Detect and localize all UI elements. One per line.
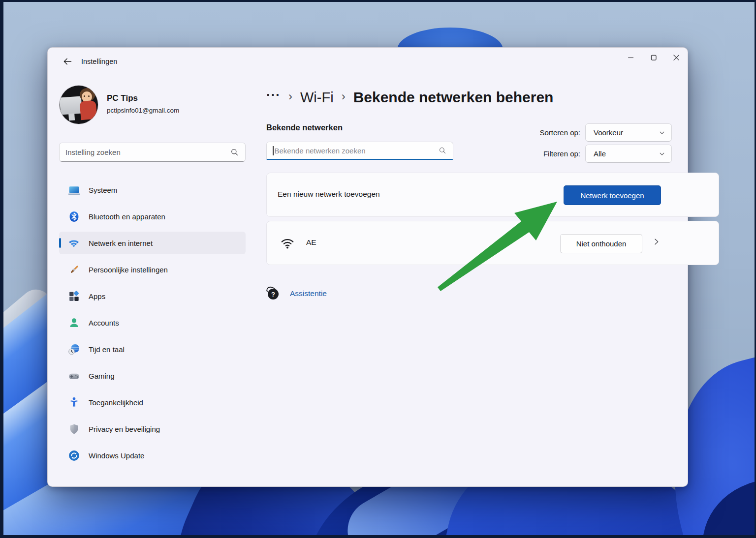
search-icon xyxy=(230,148,239,157)
network-row[interactable]: AE Niet onthouden xyxy=(266,221,719,265)
filter-value: Alle xyxy=(594,149,659,158)
apps-icon xyxy=(67,290,80,302)
window-controls xyxy=(620,48,688,67)
accessibility-icon xyxy=(67,396,80,409)
filter-dropdown[interactable]: Alle xyxy=(585,145,672,163)
forget-network-button[interactable]: Niet onthouden xyxy=(560,234,642,253)
network-icon xyxy=(67,237,80,249)
assist-row[interactable]: ? Assistentie xyxy=(266,287,327,300)
add-network-card: Een nieuw netwerk toevoegen Netwerk toev… xyxy=(266,173,719,217)
maximize-button[interactable] xyxy=(642,48,665,67)
sidebar-item-label: Bluetooth en apparaten xyxy=(89,212,165,221)
sidebar-item-netwerk[interactable]: Netwerk en internet xyxy=(59,232,246,254)
known-networks-label: Bekende netwerken xyxy=(266,123,343,132)
sort-value: Voorkeur xyxy=(594,128,659,137)
titlebar[interactable]: Instellingen xyxy=(48,48,688,73)
close-button[interactable] xyxy=(665,48,688,67)
sidebar-item-systeem[interactable]: Systeem xyxy=(59,179,246,201)
sidebar-nav: Systeem Bluetooth en apparaten xyxy=(59,179,246,467)
help-icon: ? xyxy=(266,287,280,300)
breadcrumb-ellipsis[interactable]: ··· xyxy=(266,90,281,105)
sidebar-item-label: Accounts xyxy=(89,319,119,327)
gaming-icon xyxy=(67,369,80,382)
sort-label: Sorteren op: xyxy=(511,128,580,137)
sidebar-item-label: Tijd en taal xyxy=(89,345,125,354)
bluetooth-icon xyxy=(67,210,80,223)
sidebar-item-label: Netwerk en internet xyxy=(89,239,153,247)
desktop-screen: Instellingen xyxy=(0,0,756,538)
breadcrumb-separator-icon: › xyxy=(288,90,292,105)
sidebar-item-label: Apps xyxy=(89,292,105,300)
sidebar-item-label: Privacy en beveiliging xyxy=(89,425,160,433)
personalization-icon xyxy=(67,263,80,276)
sidebar-item-label: Systeem xyxy=(89,186,117,194)
network-search-box[interactable] xyxy=(266,142,453,160)
search-icon xyxy=(438,146,447,155)
avatar-monitor xyxy=(60,96,82,115)
settings-window: Instellingen xyxy=(47,47,688,487)
sidebar-item-tijd-en-taal[interactable]: Tijd en taal xyxy=(59,338,246,360)
page-title: Bekende netwerken beheren xyxy=(353,89,554,106)
chevron-down-icon xyxy=(659,129,665,136)
sidebar-item-toegankelijkheid[interactable]: Toegankelijkheid xyxy=(59,391,246,414)
text-caret xyxy=(273,146,274,155)
sort-dropdown[interactable]: Voorkeur xyxy=(585,123,672,142)
profile-email: pctipsinfo01@gmail.com xyxy=(107,107,179,114)
accounts-icon xyxy=(67,316,80,329)
settings-search-box[interactable] xyxy=(59,143,246,162)
avatar-shirt xyxy=(79,100,97,120)
close-icon xyxy=(671,53,681,62)
windows-update-icon xyxy=(67,449,80,462)
sidebar-item-label: Toegankelijkheid xyxy=(89,398,143,407)
network-search-input[interactable] xyxy=(275,147,439,155)
sidebar-item-persoonlijke-instellingen[interactable]: Persoonlijke instellingen xyxy=(59,258,246,281)
breadcrumb-wifi[interactable]: Wi-Fi xyxy=(300,90,334,106)
time-language-icon xyxy=(67,343,80,356)
sidebar-item-apps[interactable]: Apps xyxy=(59,285,246,307)
profile-name: PC Tips xyxy=(107,93,138,103)
back-arrow-icon xyxy=(63,57,72,66)
filter-label: Filteren op: xyxy=(511,149,580,158)
sidebar-item-gaming[interactable]: Gaming xyxy=(59,364,246,387)
sidebar-item-label: Windows Update xyxy=(89,451,144,460)
chevron-down-icon xyxy=(659,150,665,157)
window-title: Instellingen xyxy=(81,58,117,65)
network-ssid: AE xyxy=(306,238,316,247)
sidebar-item-label: Gaming xyxy=(89,372,115,380)
sidebar-item-label: Persoonlijke instellingen xyxy=(89,266,168,274)
filter-row: Filteren op: Alle xyxy=(511,145,672,163)
avatar[interactable] xyxy=(60,86,98,124)
sort-row: Sorteren op: Voorkeur xyxy=(511,123,672,142)
minimize-icon xyxy=(626,53,636,62)
maximize-icon xyxy=(649,53,659,62)
add-network-text: Een nieuw netwerk toevoegen xyxy=(278,190,380,199)
chevron-right-icon[interactable] xyxy=(652,238,661,248)
wifi-icon xyxy=(280,235,295,253)
breadcrumb: ··· › Wi-Fi › Bekende netwerken beheren xyxy=(266,84,553,111)
sidebar-item-privacy[interactable]: Privacy en beveiliging xyxy=(59,418,246,440)
sidebar-item-bluetooth[interactable]: Bluetooth en apparaten xyxy=(59,205,246,228)
sidebar-item-accounts[interactable]: Accounts xyxy=(59,311,246,334)
back-button[interactable] xyxy=(59,55,76,68)
breadcrumb-separator-icon: › xyxy=(342,90,346,105)
minimize-button[interactable] xyxy=(620,48,642,67)
add-network-button[interactable]: Netwerk toevoegen xyxy=(564,185,661,205)
assist-link[interactable]: Assistentie xyxy=(290,289,327,298)
system-icon xyxy=(67,183,80,196)
privacy-icon xyxy=(67,422,80,435)
sidebar-item-windows-update[interactable]: Windows Update xyxy=(59,444,246,467)
settings-search-input[interactable] xyxy=(65,148,230,156)
